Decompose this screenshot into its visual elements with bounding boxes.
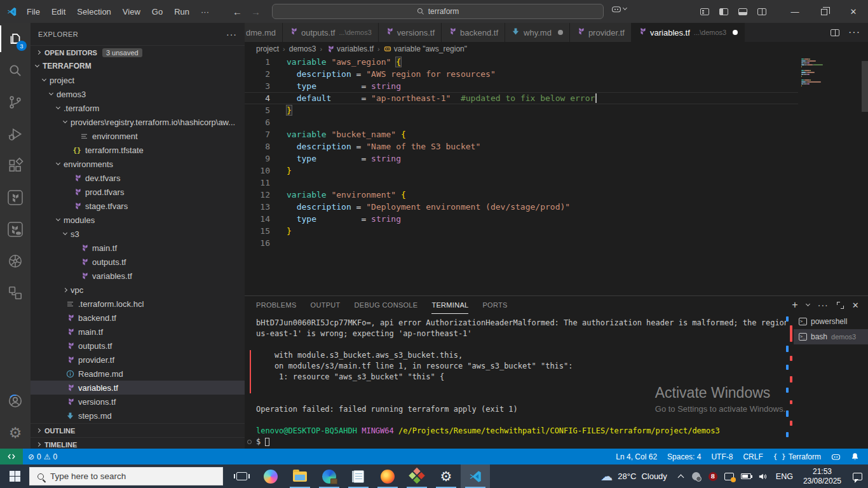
activity-source-control[interactable]: [0, 86, 31, 118]
terminal-instance-bash[interactable]: >_bashdemos3: [794, 329, 868, 344]
tree-item-backend.tf[interactable]: backend.tf: [31, 311, 245, 325]
remote-tool-button[interactable]: [402, 464, 431, 488]
tab-dme.md[interactable]: dme.md: [245, 23, 283, 42]
breadcrumb-item[interactable]: project: [256, 44, 279, 53]
notepad-button[interactable]: [344, 464, 373, 488]
activity-accounts[interactable]: [0, 385, 31, 417]
tree-item-variables.tf[interactable]: variables.tf: [31, 381, 245, 395]
tree-item-demos3[interactable]: demos3: [31, 87, 245, 101]
close-panel-icon[interactable]: ✕: [852, 301, 859, 310]
toggle-panel-icon[interactable]: [738, 8, 747, 15]
tree-item-environment[interactable]: environment: [31, 129, 245, 143]
edge-button[interactable]: [315, 464, 344, 488]
tree-item-main.tf[interactable]: main.tf: [31, 325, 245, 339]
nav-back-icon[interactable]: ←: [233, 6, 242, 17]
tab-versions.tf[interactable]: versions.tf: [379, 23, 442, 42]
tree-item-.terraform[interactable]: .terraform: [31, 101, 245, 115]
status-copilot[interactable]: [826, 449, 846, 464]
minimap[interactable]: [799, 56, 859, 295]
menu-selection[interactable]: Selection: [71, 0, 116, 23]
toggle-secondary-sidebar-icon[interactable]: [757, 8, 766, 15]
tab-outputs.tf[interactable]: outputs.tf...\demos3: [283, 23, 379, 42]
activity-run-debug[interactable]: [0, 118, 31, 150]
tab-variables.tf[interactable]: variables.tf...\demos3: [632, 23, 745, 42]
panel-tab-debug-console[interactable]: DEBUG CONSOLE: [355, 296, 418, 314]
tab-why.md[interactable]: why.md: [505, 23, 570, 42]
tree-item-.terraform.lock.hcl[interactable]: .terraform.lock.hcl: [31, 297, 245, 311]
activity-settings[interactable]: ⚙: [0, 417, 31, 449]
notifications-bell[interactable]: [846, 449, 864, 464]
status-terraform[interactable]: { }Terraform: [768, 449, 826, 464]
problems-status[interactable]: ⊘ 0 ⚠ 0: [23, 449, 62, 464]
tree-item-modules[interactable]: modules: [31, 213, 245, 227]
tree-item-steps.md[interactable]: steps.md: [31, 409, 245, 423]
activity-kubernetes[interactable]: [0, 245, 31, 277]
menu-edit[interactable]: Edit: [46, 0, 71, 23]
breadcrumb-item[interactable]: variables.tf: [326, 44, 374, 53]
restore-button[interactable]: [810, 1, 839, 24]
activity-search[interactable]: [0, 55, 31, 86]
tree-item-outputs.tf[interactable]: outputs.tf: [31, 255, 245, 269]
language-indicator[interactable]: ENG: [771, 472, 798, 481]
activity-explorer[interactable]: 3: [0, 23, 31, 55]
status-spaces-4[interactable]: Spaces: 4: [662, 449, 706, 464]
status-ln-4-col-62[interactable]: Ln 4, Col 62: [611, 449, 662, 464]
split-editor-icon[interactable]: [831, 29, 839, 36]
activity-terraform-cloud[interactable]: [0, 214, 31, 245]
tree-root[interactable]: TERRAFORM: [31, 59, 245, 73]
menu-run[interactable]: Run: [168, 0, 195, 23]
copilot-app-button[interactable]: [256, 464, 285, 488]
panel-tab-problems[interactable]: PROBLEMS: [256, 296, 297, 314]
tab-provider.tf[interactable]: provider.tf: [570, 23, 632, 42]
menu-view[interactable]: View: [117, 0, 146, 23]
tree-item-versions.tf[interactable]: versions.tf: [31, 395, 245, 409]
timeline-section[interactable]: TIMELINE: [31, 437, 245, 449]
activity-extensions[interactable]: [0, 150, 31, 182]
activity-remote-explorer[interactable]: [0, 277, 31, 309]
tray-app2-icon[interactable]: 8: [705, 464, 721, 488]
tab-backend.tf[interactable]: backend.tf: [442, 23, 505, 42]
tree-item-stage.tfvars[interactable]: stage.tfvars: [31, 199, 245, 213]
tree-item-main.tf[interactable]: main.tf: [31, 241, 245, 255]
tree-item-variables.tf[interactable]: variables.tf: [31, 269, 245, 283]
maximize-panel-icon[interactable]: [837, 302, 844, 309]
status-crlf[interactable]: CRLF: [738, 449, 768, 464]
panel-more-actions-icon[interactable]: ···: [818, 300, 829, 310]
code-editor[interactable]: 1variable "aws_region" {2 description = …: [245, 56, 868, 295]
menu-[interactable]: ···: [195, 0, 215, 23]
tree-item-dev.tfvars[interactable]: dev.tfvars: [31, 171, 245, 185]
remote-indicator[interactable]: [0, 449, 23, 464]
tree-item-prod.tfvars[interactable]: prod.tfvars: [31, 185, 245, 199]
menu-go[interactable]: Go: [146, 0, 168, 23]
customize-layout-icon[interactable]: [700, 8, 709, 15]
screen-cast-icon[interactable]: [721, 464, 738, 488]
panel-tab-output[interactable]: OUTPUT: [311, 296, 341, 314]
volume-icon[interactable]: [754, 464, 771, 488]
outline-section[interactable]: OUTLINE: [31, 423, 245, 437]
tree-item-s3[interactable]: s3: [31, 227, 245, 241]
nav-forward-icon[interactable]: →: [251, 6, 261, 17]
close-button[interactable]: ✕: [839, 1, 868, 24]
tray-app1-icon[interactable]: [688, 464, 705, 488]
panel-tab-terminal[interactable]: TERMINAL: [431, 296, 468, 314]
breadcrumb-item[interactable]: demos3: [289, 44, 316, 53]
status-utf-8[interactable]: UTF-8: [706, 449, 738, 464]
tree-item-readme.md[interactable]: Readme.md: [31, 367, 245, 381]
editor-more-actions-icon[interactable]: ···: [848, 27, 860, 38]
tree-item-vpc[interactable]: vpc: [31, 283, 245, 297]
vscode-button[interactable]: [461, 464, 490, 488]
tree-item-environments[interactable]: environments: [31, 157, 245, 171]
tree-item-outputs.tf[interactable]: outputs.tf: [31, 339, 245, 353]
activity-terraform[interactable]: [0, 182, 31, 214]
toggle-sidebar-icon[interactable]: [719, 8, 728, 15]
clock[interactable]: 21:53 23/08/2025: [798, 467, 846, 486]
tree-item-providers-registry.terraform.io-hashicorp-aw...[interactable]: providers\registry.terraform.io\hashicor…: [31, 115, 245, 129]
weather-widget[interactable]: ☁ 28°C Cloudy: [594, 469, 674, 484]
copilot-menu[interactable]: [611, 4, 627, 13]
firefox-button[interactable]: [373, 464, 402, 488]
battery-icon[interactable]: [738, 464, 754, 488]
notification-center-icon[interactable]: [846, 464, 868, 488]
breadcrumb-item[interactable]: variable "aws_region": [384, 44, 467, 53]
explorer-more-actions-icon[interactable]: ···: [226, 29, 237, 39]
editor-scrollbar[interactable]: [862, 61, 868, 112]
